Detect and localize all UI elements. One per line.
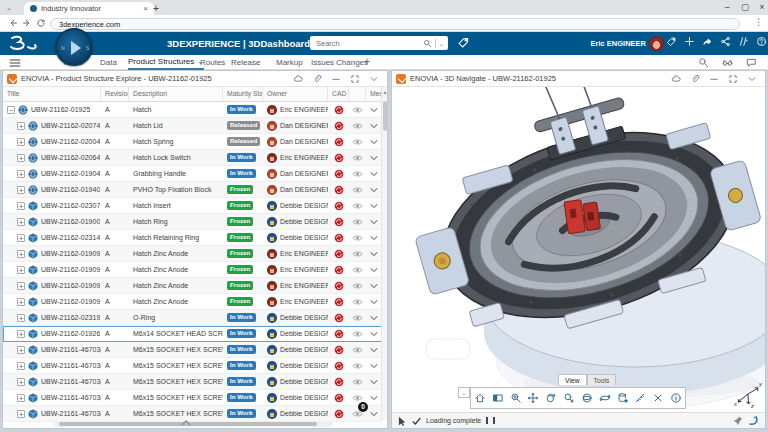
user-name[interactable]: Eric ENGINEER xyxy=(588,39,646,48)
glasses-icon[interactable] xyxy=(722,57,733,68)
search-tag-icon[interactable] xyxy=(457,36,470,49)
table-row[interactable]: +UBW-21162-02074AHatch LidReleasedDan DE… xyxy=(3,118,382,134)
item-title[interactable]: UBW-21161-46703(Default) xyxy=(41,394,101,401)
visibility-eye-icon[interactable] xyxy=(349,278,366,293)
close-icon[interactable] xyxy=(650,389,667,407)
item-title[interactable]: UBW-21162-02319 xyxy=(41,314,100,321)
visibility-eye-icon[interactable] xyxy=(349,374,366,389)
link-icon[interactable] xyxy=(312,74,322,84)
visibility-eye-icon[interactable] xyxy=(349,326,366,341)
3d-viewport[interactable]: ViewTools ⌄ x y z xyxy=(392,87,765,413)
column-header-description[interactable]: Description xyxy=(129,87,223,101)
turntable-icon[interactable] xyxy=(596,389,613,407)
visibility-eye-icon[interactable] xyxy=(349,134,366,149)
left-widget-header[interactable]: ENOVIA - Product Structure Explore - UBW… xyxy=(3,71,387,87)
window-maximize-button[interactable]: ▢ xyxy=(738,1,752,13)
expand-toggle[interactable]: + xyxy=(17,346,25,354)
item-title[interactable]: UBW-21162-02064 xyxy=(41,154,100,161)
expand-toggle[interactable]: + xyxy=(17,138,25,146)
cursor-select-icon[interactable] xyxy=(398,416,407,426)
toolbar-collapse-chevron-icon[interactable]: ⌄ xyxy=(458,387,470,398)
expand-toggle[interactable]: + xyxy=(17,362,25,370)
table-row[interactable]: +UBW-21162-01926AM6x14 SOCKET HEAD SCREW… xyxy=(3,326,382,342)
visibility-eye-icon[interactable] xyxy=(349,118,366,133)
row-menu-chevron-icon[interactable] xyxy=(366,102,382,117)
url-field[interactable]: 3dexperience.com xyxy=(50,18,740,30)
row-menu-chevron-icon[interactable] xyxy=(366,182,382,197)
cad-file-icon[interactable] xyxy=(328,326,349,341)
row-menu-chevron-icon[interactable] xyxy=(366,150,382,165)
tab-markup[interactable]: Markup xyxy=(276,55,303,70)
visibility-eye-icon[interactable] xyxy=(349,310,366,325)
tab-product-structures[interactable]: Product Structures⌄ xyxy=(128,55,204,70)
vertical-scroll-thumb[interactable] xyxy=(383,101,387,131)
cad-file-icon[interactable] xyxy=(328,310,349,325)
visibility-eye-icon[interactable] xyxy=(349,342,366,357)
table-row[interactable]: +UBW-21162-02064AHatch Lock SwitchIn Wor… xyxy=(3,150,382,166)
tab-data[interactable]: Data xyxy=(100,55,117,70)
row-menu-chevron-icon[interactable] xyxy=(366,310,382,325)
visibility-eye-icon[interactable] xyxy=(349,294,366,309)
cad-file-icon[interactable] xyxy=(328,134,349,149)
expand-toggle[interactable]: + xyxy=(17,378,25,386)
home-icon[interactable] xyxy=(471,389,488,407)
plus-icon[interactable] xyxy=(684,36,695,47)
help-icon[interactable] xyxy=(756,36,767,47)
cad-file-icon[interactable] xyxy=(328,198,349,213)
row-menu-chevron-icon[interactable] xyxy=(366,134,382,149)
tab-list-chevron-icon[interactable]: ⌄ xyxy=(3,3,15,13)
cad-file-icon[interactable] xyxy=(328,214,349,229)
measure-icon[interactable] xyxy=(632,389,649,407)
search-icon[interactable] xyxy=(698,57,709,68)
column-header-menu[interactable]: Menu xyxy=(366,87,382,101)
expand-toggle[interactable]: + xyxy=(17,202,25,210)
visibility-eye-icon[interactable] xyxy=(349,150,366,165)
3dexperience-compass-icon[interactable]: NS xyxy=(55,28,93,66)
hamburger-menu-icon[interactable] xyxy=(9,58,21,68)
row-menu-chevron-icon[interactable] xyxy=(366,118,382,133)
row-menu-chevron-icon[interactable] xyxy=(366,278,382,293)
chevron-down-icon[interactable] xyxy=(747,74,757,84)
column-header-maturity-state[interactable]: Maturity State xyxy=(223,87,263,101)
cad-file-icon[interactable] xyxy=(328,278,349,293)
item-title[interactable]: UBW-21162-02074 xyxy=(41,122,100,129)
column-header-cad-[interactable]: CAD ... xyxy=(328,87,349,101)
expand-toggle[interactable]: + xyxy=(17,250,25,258)
visibility-eye-icon[interactable] xyxy=(349,214,366,229)
fullscreen-icon[interactable] xyxy=(350,74,360,84)
item-title[interactable]: UBW-21162-01909 xyxy=(41,266,100,273)
search-input[interactable] xyxy=(310,39,423,48)
expand-toggle[interactable]: + xyxy=(17,266,25,274)
zoom-icon[interactable] xyxy=(507,389,524,407)
table-row[interactable]: +UBW-21162-02319AO-RingIn WorkDebbie DES… xyxy=(3,310,382,326)
viewer-tab-view[interactable]: View xyxy=(558,374,587,385)
cad-file-icon[interactable] xyxy=(328,262,349,277)
expand-toggle[interactable]: + xyxy=(17,298,25,306)
link-icon[interactable] xyxy=(690,74,700,84)
3ds-play-icon[interactable] xyxy=(748,415,759,426)
expand-toggle[interactable]: + xyxy=(17,154,25,162)
tag-icon[interactable] xyxy=(666,36,677,47)
column-header-title[interactable]: Title xyxy=(3,87,101,101)
visibility-eye-icon[interactable] xyxy=(349,358,366,373)
item-title[interactable]: UBW-21162-01940 xyxy=(41,186,100,193)
item-title[interactable]: UBW-21162-02314 xyxy=(41,234,100,241)
item-title[interactable]: UBW-21162-01925 xyxy=(31,106,90,113)
expand-toggle[interactable]: + xyxy=(17,394,25,402)
row-menu-chevron-icon[interactable] xyxy=(366,358,382,373)
row-menu-chevron-icon[interactable] xyxy=(366,406,382,421)
row-menu-chevron-icon[interactable] xyxy=(366,230,382,245)
add-dashboard-tab-button[interactable]: + xyxy=(364,56,370,67)
table-row[interactable]: +UBW-21162-02004AHatch SpringReleasedDan… xyxy=(3,134,382,150)
item-title[interactable]: UBW-21161-46703(Default) xyxy=(41,378,101,385)
tab-release[interactable]: Release xyxy=(231,55,260,70)
cad-file-icon[interactable] xyxy=(328,246,349,261)
row-menu-chevron-icon[interactable] xyxy=(366,166,382,181)
table-row[interactable]: +UBW-21162-01940APVHO Top Fixation Block… xyxy=(3,182,382,198)
expand-toggle[interactable]: + xyxy=(17,410,25,418)
zoom-window-icon[interactable] xyxy=(561,389,578,407)
new-tab-button[interactable]: + xyxy=(150,3,162,14)
cad-file-icon[interactable] xyxy=(328,166,349,181)
cad-file-icon[interactable] xyxy=(328,374,349,389)
visibility-eye-icon[interactable] xyxy=(349,198,366,213)
